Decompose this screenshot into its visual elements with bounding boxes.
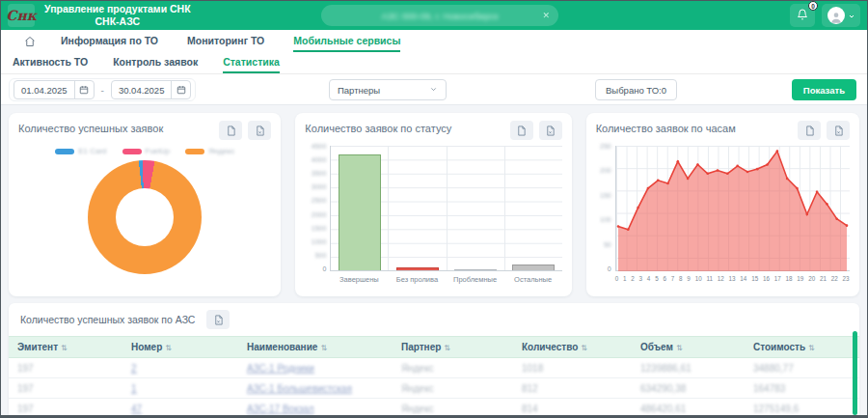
bar-category-label: Завершены [330,275,388,284]
card-successful-requests: Количество успешных заявок [9,113,281,296]
export-file-button[interactable] [248,121,271,140]
file-icon [213,315,224,325]
subnav-item-request-control[interactable]: Контроль заявок [113,52,198,73]
hour-label: 20 [808,275,815,282]
y-tick-label: 150 [600,192,611,199]
station-selector[interactable]: АЗС 000-09, г. Новосибирск ✕ [321,5,558,26]
calendar-icon[interactable] [74,81,94,98]
hour-label: 15 [751,275,758,282]
legend-label: FuelUp [146,147,171,155]
sort-icon[interactable]: ⇅ [444,344,450,352]
hour-label: 2 [631,275,635,282]
bar-2[interactable] [454,269,497,270]
bar-chart-plot[interactable] [330,146,561,271]
date-from-value: 01.04.2025 [14,81,74,98]
subnav-item-statistics[interactable]: Статистика [223,52,280,73]
hour-label: 8 [679,275,683,282]
date-to-input[interactable]: 30.04.2025 [111,80,192,99]
sort-icon[interactable]: ⇅ [808,344,815,352]
donut-chart[interactable] [88,160,202,274]
export-chart-button[interactable] [510,121,533,140]
area-chart-plot[interactable] [615,146,850,271]
sort-icon[interactable]: ⇅ [165,344,172,352]
sort-icon[interactable]: ⇅ [61,344,68,352]
cell-name-link[interactable]: АЗС-1 Родники [238,358,393,378]
col-header-count[interactable]: Количество⇅ [513,337,632,358]
cell-number-link[interactable]: 47 [122,399,238,416]
cell-name-link[interactable]: АЗС-1 Большевистская [238,378,393,399]
bar-slot [448,146,505,270]
card-requests-by-status: Количество заявок по статусу 45004 [295,113,571,296]
cell-number-link[interactable]: 2 [122,358,238,378]
sort-icon[interactable]: ⇅ [676,344,683,352]
subnav-item-activity-to[interactable]: Активность ТО [13,52,88,73]
user-menu-button[interactable] [822,4,860,27]
bar-3[interactable] [512,265,555,270]
legend-swatch [55,149,74,154]
legend-label: Яндекс [208,147,234,155]
chosen-to-button[interactable]: Выбрано ТО:0 [595,79,677,100]
export-file-button[interactable] [827,121,850,140]
col-header-volume[interactable]: Объем⇅ [632,337,745,358]
cell-count: 1018 [513,358,632,378]
table-scrollbar-thumb[interactable] [853,331,857,415]
cell-volume: 634290,38 [632,378,745,399]
cell-partner: Яндекс [393,378,513,399]
date-to-value: 30.04.2025 [112,81,172,98]
export-chart-button[interactable] [219,121,242,140]
legend-item[interactable]: E1 Card [55,147,106,155]
sub-navigation: Активность ТО Контроль заявок Статистика [1,52,867,74]
nav-item-mobile-services[interactable]: Мобильные сервисы [293,30,400,52]
hour-label: 14 [740,275,746,282]
bar-chart-y-axis: 450040003500300025002000150010005000 [305,143,330,272]
sort-icon[interactable]: ⇅ [581,344,587,352]
calendar-icon[interactable] [171,81,190,98]
hour-label: 0 [615,275,619,282]
hour-label: 23 [843,275,850,282]
hour-label: 4 [647,275,651,282]
top-header-bar: Снк Управление продуктами СНК СНК-АЗС АЗ… [1,1,867,30]
legend-item[interactable]: FuelUp [122,147,171,155]
hour-label: 3 [639,275,643,282]
col-header-number[interactable]: Номер⇅ [122,337,238,358]
hour-label: 17 [774,275,781,282]
legend-item[interactable]: Яндекс [185,147,234,155]
hour-label: 13 [729,275,736,282]
col-header-emitent[interactable]: Эмитент⇅ [9,337,122,358]
col-header-cost[interactable]: Стоимость⇅ [745,337,859,358]
cell-number-link[interactable]: 1 [122,378,238,399]
donut-legend: E1 Card FuelUp Яндекс [18,147,271,155]
date-from-input[interactable]: 01.04.2025 [14,80,95,99]
nav-item-info-to[interactable]: Информация по ТО [61,30,158,52]
export-table-button[interactable] [206,310,230,329]
file-icon [545,125,556,136]
file-icon [255,125,265,136]
hour-label: 9 [687,275,691,282]
table-row: 197 1 АЗС-1 Большевистская Яндекс 812 63… [9,378,859,399]
show-button[interactable]: Показать [792,79,856,100]
hour-label: 6 [663,275,666,282]
partner-select[interactable]: Партнеры [329,79,447,100]
cell-name-link[interactable]: АЗС-17 Вокзал [238,399,393,416]
app-title-line2: СНК-АЗС [44,15,191,28]
export-chart-button[interactable] [798,121,821,140]
snk-logo[interactable]: Снк [8,4,35,27]
clear-selection-icon[interactable]: ✕ [542,11,550,20]
sort-icon[interactable]: ⇅ [320,344,327,352]
legend-swatch [122,149,142,154]
hour-label: 7 [671,275,675,282]
nav-item-monitoring-to[interactable]: Мониторинг ТО [187,30,264,52]
col-header-name[interactable]: Наименование⇅ [238,337,393,358]
bar-0[interactable] [339,154,381,270]
bar-category-label: Без пролива [388,275,446,284]
app-window: Снк Управление продуктами СНК СНК-АЗС АЗ… [0,0,868,418]
legend-label: E1 Card [78,147,106,155]
bar-1[interactable] [396,267,439,270]
date-range-picker: 01.04.2025 - 30.04.2025 [9,78,196,101]
home-icon[interactable] [24,36,36,47]
avatar [827,7,845,24]
y-tick-label: 500 [315,252,327,259]
export-file-button[interactable] [539,121,562,140]
notifications-button[interactable]: 0 [790,4,815,27]
col-header-partner[interactable]: Партнер⇅ [393,337,513,358]
